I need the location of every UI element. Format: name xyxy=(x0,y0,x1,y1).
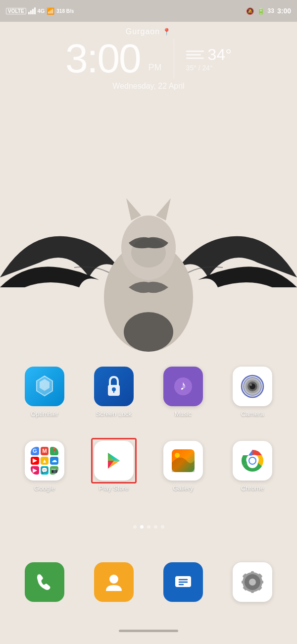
location-text: Gurgaon xyxy=(126,27,160,36)
music-label: Music xyxy=(175,410,192,418)
app-google[interactable]: G M 📍 ▶ ▲ ☁ ▶ 💬 📷 Google xyxy=(10,436,79,494)
settings-icon xyxy=(233,562,272,602)
status-bar: VOLTE 4G 📶 318 B/s 🔕 🔋 33 3:00 xyxy=(0,0,297,22)
haze-weather-icon xyxy=(186,51,204,59)
app-chrome[interactable]: Chrome xyxy=(218,436,287,494)
contacts-icon xyxy=(94,562,134,602)
battery-icon: 🔋 xyxy=(257,7,265,15)
gallery-icon xyxy=(163,441,203,481)
wifi-icon: 📶 xyxy=(47,7,54,15)
google-label: Google xyxy=(34,484,55,492)
phone-icon xyxy=(25,562,64,602)
google-icon: G M 📍 ▶ ▲ ☁ ▶ 💬 📷 xyxy=(25,441,64,481)
optimiser-icon xyxy=(25,367,64,406)
carrier-label: VOLTE xyxy=(6,8,26,14)
dock-phone[interactable] xyxy=(10,557,79,604)
status-time: 3:00 xyxy=(277,7,291,15)
mute-icon: 🔕 xyxy=(246,7,254,15)
svg-marker-2 xyxy=(126,198,141,220)
app-camera[interactable]: Camera xyxy=(218,362,287,420)
page-dot-1[interactable] xyxy=(133,525,137,529)
temperature-display: 34° xyxy=(208,46,232,64)
dock-messages[interactable] xyxy=(148,557,218,604)
network-speed: 318 B/s xyxy=(56,8,74,14)
svg-text:♪: ♪ xyxy=(180,378,187,393)
temp-range-display: 35° / 24° xyxy=(186,64,213,72)
dock-contacts[interactable] xyxy=(79,557,148,604)
app-optimiser[interactable]: Optimiser xyxy=(10,362,79,420)
playstore-icon xyxy=(94,441,134,481)
battery-percent: 33 xyxy=(268,7,274,14)
dock xyxy=(0,557,297,604)
svg-rect-8 xyxy=(113,390,114,393)
status-right: 🔕 🔋 33 3:00 xyxy=(246,7,291,15)
music-icon: ♪ xyxy=(163,367,203,406)
app-screenlock[interactable]: Screen Lock xyxy=(79,362,148,420)
page-indicators xyxy=(0,525,297,529)
date-display: Wednesday, 22 April xyxy=(0,82,297,91)
svg-point-17 xyxy=(250,384,252,386)
time-period: PM xyxy=(148,62,162,73)
network-type: 4G xyxy=(38,8,45,14)
svg-point-21 xyxy=(175,453,180,458)
clock-display: 3:00 xyxy=(65,38,141,79)
svg-point-25 xyxy=(249,458,255,464)
svg-point-26 xyxy=(109,575,118,584)
home-indicator[interactable] xyxy=(119,630,178,632)
camera-label: Camera xyxy=(241,410,264,418)
location-display: Gurgaon 📍 xyxy=(0,27,297,36)
app-music[interactable]: ♪ Music xyxy=(148,362,218,420)
time-weather-row: 3:00 PM 34° 35° / 24° xyxy=(0,38,297,79)
app-grid-row1: Optimiser Screen Lock ♪ Music xyxy=(0,362,297,420)
weather-info: 34° 35° / 24° xyxy=(186,46,232,72)
svg-point-41 xyxy=(249,579,256,586)
messages-icon xyxy=(163,562,203,602)
batman-wallpaper xyxy=(0,188,297,357)
signal-bars xyxy=(28,7,36,14)
page-dot-4[interactable] xyxy=(154,525,157,529)
screenlock-icon xyxy=(94,367,134,406)
chrome-label: Chrome xyxy=(241,484,264,492)
page-dot-5[interactable] xyxy=(161,525,164,529)
dock-settings[interactable] xyxy=(218,557,287,604)
page-dot-2[interactable] xyxy=(140,525,144,529)
gallery-label: Gallery xyxy=(173,484,193,492)
playstore-label: Play Store xyxy=(99,484,129,492)
optimiser-label: Optimiser xyxy=(31,410,58,418)
app-gallery[interactable]: Gallery xyxy=(148,436,218,494)
page-dot-3[interactable] xyxy=(147,525,150,529)
camera-icon xyxy=(233,367,272,406)
app-grid-row2: G M 📍 ▶ ▲ ☁ ▶ 💬 📷 Google xyxy=(0,436,297,494)
svg-point-5 xyxy=(124,312,173,352)
status-left: VOLTE 4G 📶 318 B/s xyxy=(6,7,74,15)
app-playstore[interactable]: Play Store xyxy=(79,436,148,494)
weather-widget: Gurgaon 📍 3:00 PM 34° 35° / 24° Wednesda… xyxy=(0,27,297,91)
svg-marker-3 xyxy=(156,198,171,220)
screenlock-label: Screen Lock xyxy=(96,410,132,418)
chrome-icon xyxy=(233,441,272,481)
location-pin-icon: 📍 xyxy=(162,28,171,36)
